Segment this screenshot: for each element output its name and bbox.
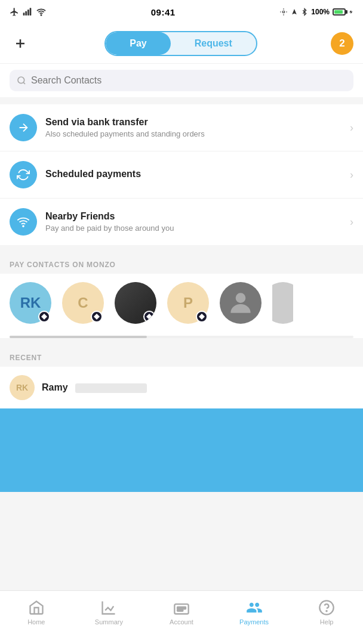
svg-point-9 (23, 225, 24, 227)
svg-point-5 (283, 11, 285, 13)
bank-transfer-icon-bg (10, 114, 37, 141)
svg-rect-2 (27, 10, 29, 16)
scheduled-payments-item[interactable]: Scheduled payments › (0, 151, 363, 199)
top-bar: Pay Request 2 (0, 24, 363, 63)
monzo-badge-c (91, 311, 103, 323)
svg-rect-13 (177, 610, 183, 611)
chevron-right-icon-2: › (350, 169, 353, 181)
nav-label-help: Help (320, 618, 334, 626)
recent-item-ramy[interactable]: RK Ramy (0, 367, 363, 408)
bank-transfer-title: Send via bank transfer (45, 117, 342, 128)
svg-rect-3 (30, 8, 32, 16)
search-input-wrap (10, 70, 353, 91)
help-icon (318, 599, 335, 616)
bottom-nav: Home Summary Account Payments Help (0, 590, 363, 644)
scroll-thumb (10, 336, 147, 338)
contacts-section-header: PAY CONTACTS ON MONZO (0, 252, 363, 274)
contact-rk[interactable]: RK (10, 282, 51, 326)
svg-rect-0 (23, 13, 25, 16)
location-icon (279, 8, 288, 16)
monzo-badge-rk (38, 311, 50, 323)
nav-label-summary: Summary (95, 618, 123, 626)
airplane-icon (10, 7, 19, 17)
recent-avatar-rk: RK (10, 375, 35, 400)
recent-section: RECENT RK Ramy (0, 345, 363, 408)
location-arrow-icon (291, 8, 298, 16)
battery-percent: 100% (311, 8, 330, 16)
recent-section-header: RECENT (0, 345, 363, 367)
status-bar: 09:41 100% (0, 0, 363, 24)
recent-name-placeholder (75, 383, 147, 393)
nearby-text: Nearby Friends Pay and be paid by those … (45, 211, 342, 233)
status-left (10, 7, 47, 17)
status-time: 09:41 (151, 7, 176, 17)
status-right: 100% (279, 8, 353, 16)
svg-rect-12 (177, 607, 186, 609)
nearby-subtitle: Pay and be paid by those around you (45, 224, 342, 233)
search-input[interactable] (31, 75, 346, 86)
contacts-section: PAY CONTACTS ON MONZO RK C (0, 252, 363, 338)
bank-transfer-item[interactable]: Send via bank transfer Also scheduled pa… (0, 104, 363, 151)
contact-p[interactable]: P (167, 282, 209, 326)
contact-partial[interactable] (272, 282, 293, 326)
nav-item-payments[interactable]: Payments (218, 597, 291, 628)
summary-icon (100, 599, 117, 616)
pay-button[interactable]: Pay (106, 32, 170, 55)
chevron-right-icon-3: › (350, 216, 353, 228)
home-icon (28, 599, 45, 616)
badge-count: 2 (339, 38, 344, 49)
monzo-badge-p (196, 311, 208, 323)
nearby-icon-bg (10, 208, 37, 236)
nearby-title: Nearby Friends (45, 211, 342, 222)
person-silhouette-icon (226, 288, 256, 318)
svg-point-10 (236, 293, 246, 303)
contact-avatar-partial (272, 282, 293, 324)
user-avatar-badge[interactable]: 2 (331, 32, 353, 55)
wifi-icon (36, 7, 47, 17)
contact-avatar-photo-2 (220, 282, 262, 324)
charging-icon (349, 8, 353, 16)
nav-item-help[interactable]: Help (290, 597, 363, 628)
bank-transfer-text: Send via bank transfer Also scheduled pa… (45, 117, 342, 138)
contact-avatar-photo-1 (115, 282, 156, 324)
refresh-icon (17, 168, 30, 181)
nearby-friends-item[interactable]: Nearby Friends Pay and be paid by those … (0, 199, 363, 245)
scheduled-title: Scheduled payments (45, 169, 342, 179)
contacts-scroll: RK C (0, 274, 363, 336)
nav-label-account: Account (170, 618, 193, 626)
bluetooth-icon (301, 8, 308, 16)
svg-point-4 (41, 15, 41, 16)
monzo-badge-photo-1 (143, 311, 155, 323)
signal-icon (23, 7, 32, 17)
nav-label-payments: Payments (239, 618, 269, 626)
blue-overlay (0, 408, 363, 492)
action-list: Send via bank transfer Also scheduled pa… (0, 104, 363, 245)
svg-point-8 (18, 77, 24, 83)
arrow-right-icon (17, 121, 30, 134)
contact-photo-2[interactable] (220, 282, 262, 326)
svg-rect-1 (25, 11, 27, 16)
nav-item-summary[interactable]: Summary (73, 597, 146, 628)
pay-request-toggle: Pay Request (104, 31, 257, 56)
nav-item-home[interactable]: Home (0, 597, 73, 628)
scheduled-icon-bg (10, 161, 37, 188)
contact-c[interactable]: C (62, 282, 104, 326)
contact-avatar-rk: RK (10, 282, 51, 324)
plus-icon (13, 36, 27, 51)
search-bar (0, 63, 363, 97)
chevron-right-icon: › (350, 122, 353, 134)
wifi-signal-icon (17, 215, 30, 228)
contact-photo-1[interactable] (115, 282, 156, 326)
add-button[interactable] (10, 33, 31, 54)
search-icon (17, 76, 26, 85)
contact-avatar-p: P (167, 282, 209, 324)
account-icon (173, 599, 190, 616)
nav-label-home: Home (27, 618, 45, 626)
nav-item-account[interactable]: Account (145, 597, 218, 628)
payments-icon (246, 599, 263, 616)
bank-transfer-subtitle: Also scheduled payments and standing ord… (45, 129, 342, 138)
battery-icon (333, 8, 346, 16)
request-button[interactable]: Request (171, 32, 256, 55)
contact-avatar-c: C (62, 282, 104, 324)
recent-name: Ramy (42, 382, 147, 393)
